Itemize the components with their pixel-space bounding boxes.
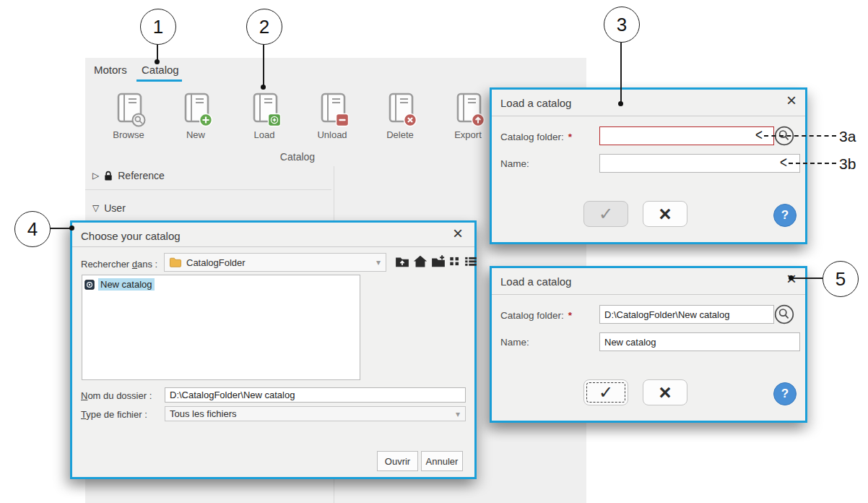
- cancel-button[interactable]: Annuler: [421, 451, 463, 471]
- file-type-label: Type de fichier :: [81, 409, 147, 420]
- catalog-folder-label: Catalog folder:*: [500, 310, 572, 321]
- ribbon-action-label: New: [165, 129, 227, 140]
- home-icon[interactable]: [413, 254, 428, 268]
- ribbon-action-unload[interactable]: Unload: [301, 91, 363, 140]
- file-item-new-catalog[interactable]: New catalog: [82, 275, 360, 293]
- tree-item-reference[interactable]: ▷ Reference: [92, 168, 165, 184]
- export-badge-icon: [471, 113, 485, 127]
- callout-4-dot: [69, 225, 74, 231]
- name-label: Name:: [500, 158, 529, 169]
- callout-3-line: [620, 41, 622, 102]
- tree-item-user[interactable]: ▽ User: [92, 200, 126, 216]
- title-separator: [72, 246, 474, 247]
- dialog-title: Choose your catalog: [81, 230, 181, 242]
- look-in-label: Rechercher dans :: [81, 259, 157, 270]
- dialog-load-catalog-filled: Load a catalog × Catalog folder:* D:\Cat…: [490, 266, 807, 423]
- title-separator: [492, 294, 805, 295]
- callout-5-line: [792, 278, 823, 279]
- dialog-title: Load a catalog: [500, 97, 571, 109]
- add-badge-icon: [199, 113, 213, 127]
- parent-folder-icon[interactable]: [395, 254, 409, 268]
- expand-caret-icon[interactable]: ▽: [92, 203, 99, 213]
- catalog-folder-label: Catalog folder:*: [500, 132, 572, 142]
- tree-item-label: Reference: [118, 170, 165, 181]
- required-asterisk: *: [568, 132, 572, 142]
- title-separator: [492, 116, 805, 116]
- callout-5: 5: [823, 261, 859, 297]
- lock-icon: [104, 171, 113, 181]
- grid-view-icon[interactable]: [449, 254, 461, 268]
- ok-button[interactable]: ✓: [583, 201, 628, 227]
- book-search-icon: [113, 91, 144, 126]
- tab-catalog[interactable]: Catalog: [142, 64, 179, 76]
- ribbon-action-new[interactable]: New: [165, 91, 227, 140]
- catalog-folder-input[interactable]: D:\CatalogFolder\New catalog: [599, 305, 774, 324]
- look-in-combobox[interactable]: CatalogFolder ▾: [164, 253, 386, 272]
- tree-item-label: User: [104, 202, 126, 214]
- ribbon-action-load[interactable]: Load: [233, 91, 295, 140]
- callout-2-dot: [261, 85, 266, 90]
- folder-name-label: Nom du dossier :: [81, 390, 152, 401]
- dialog-load-catalog-empty: Load a catalog × Catalog folder:* Name: …: [490, 87, 807, 244]
- unload-badge-icon: [335, 113, 350, 127]
- ribbon-action-delete[interactable]: Delete: [369, 91, 431, 140]
- callout-5-dot: [789, 275, 794, 280]
- cancel-button[interactable]: ×: [643, 379, 687, 405]
- callout-3-dot: [618, 101, 623, 106]
- book-delete-icon: [384, 91, 416, 126]
- collapse-caret-icon[interactable]: ▷: [92, 171, 99, 181]
- callout-2: 2: [246, 9, 282, 45]
- dialog-title: Load a catalog: [500, 275, 571, 288]
- list-view-icon[interactable]: [464, 254, 477, 268]
- callout-1-dot: [155, 59, 160, 64]
- book-load-icon: [248, 91, 280, 126]
- dialog-choose-catalog: Choose your catalog × Rechercher dans : …: [70, 220, 477, 479]
- name-input[interactable]: New catalog: [599, 332, 800, 351]
- callout-3: 3: [604, 7, 640, 43]
- help-icon[interactable]: ?: [773, 204, 797, 227]
- folder-icon: [169, 257, 182, 268]
- book-unload-icon: [316, 91, 348, 126]
- chevron-down-icon[interactable]: ▾: [456, 409, 460, 419]
- name-label: Name:: [500, 337, 529, 348]
- callout-1-line: [157, 43, 158, 61]
- ribbon-action-label: Delete: [369, 129, 431, 140]
- new-folder-icon[interactable]: [431, 254, 446, 268]
- close-icon[interactable]: ×: [786, 92, 797, 109]
- callout-2-line: [263, 43, 264, 86]
- ribbon-action-label: Unload: [301, 129, 363, 140]
- close-icon[interactable]: ×: [453, 225, 463, 242]
- open-button[interactable]: Ouvrir: [377, 451, 418, 471]
- leader-arrow-left-icon: <: [780, 155, 787, 173]
- callout-3a: 3a: [839, 128, 856, 145]
- tab-motors[interactable]: Motors: [94, 64, 127, 76]
- help-icon[interactable]: ?: [773, 382, 797, 405]
- file-type-combobox[interactable]: Tous les fichiers ▾: [165, 406, 466, 421]
- load-badge-icon: [267, 113, 282, 127]
- catalog-file-icon: [84, 280, 95, 290]
- callout-4: 4: [14, 211, 51, 247]
- callout-3a-leader: [764, 135, 836, 137]
- delete-badge-icon: [403, 113, 417, 127]
- name-input[interactable]: [599, 154, 800, 173]
- catalog-folder-input[interactable]: [599, 126, 774, 145]
- required-asterisk: *: [568, 310, 572, 321]
- ok-button[interactable]: ✓: [583, 379, 628, 405]
- folder-name-input[interactable]: D:\CatalogFolder\New catalog: [165, 387, 466, 403]
- file-dialog-toolbar: [395, 254, 477, 268]
- cancel-button[interactable]: ×: [643, 201, 687, 227]
- look-in-value: CatalogFolder: [186, 257, 246, 268]
- chevron-down-icon[interactable]: ▾: [376, 257, 381, 267]
- ribbon-action-browse[interactable]: Browse: [97, 91, 160, 140]
- active-tab-underline: [136, 79, 182, 82]
- callout-4-line: [49, 228, 71, 229]
- leader-arrow-left-icon: <: [755, 127, 763, 145]
- callout-3b: 3b: [839, 155, 856, 173]
- callout-1: 1: [140, 9, 176, 45]
- book-new-icon: [180, 91, 212, 126]
- callout-3b-leader: [789, 163, 836, 164]
- book-export-icon: [452, 91, 484, 126]
- ribbon-action-label: Load: [233, 129, 295, 140]
- browse-folder-magnifier-button[interactable]: [774, 304, 794, 324]
- file-list[interactable]: New catalog: [82, 275, 360, 380]
